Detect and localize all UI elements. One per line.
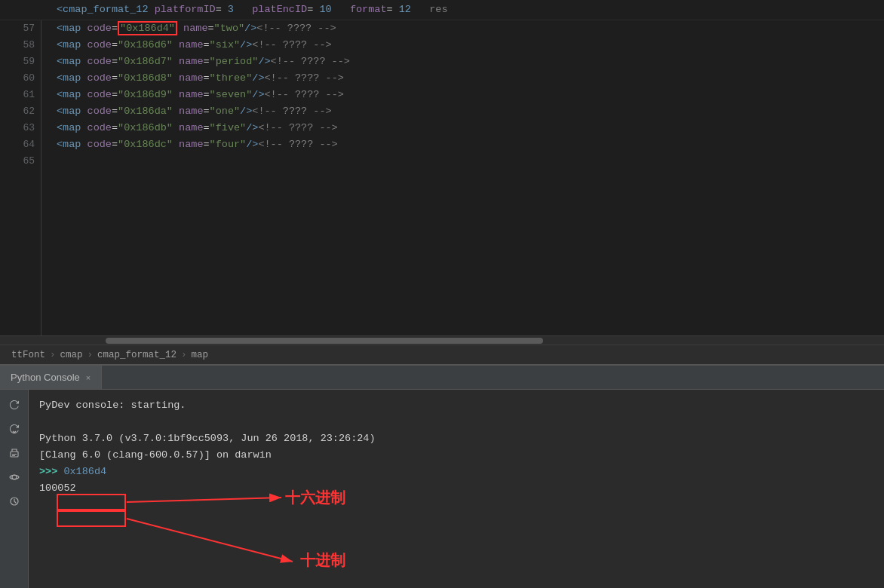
breadcrumb-item-ttFont[interactable]: ttFont <box>11 350 45 360</box>
red-box-decimal-result <box>57 510 126 527</box>
top-partial-line: <cmap_format_12 platformID= 3 platEncID=… <box>0 0 884 20</box>
rerun-button[interactable] <box>4 394 25 415</box>
console-output[interactable]: 十六进制 十进制 PyDev console: starting.Python … <box>29 390 884 588</box>
python-console-tab[interactable]: Python Console × <box>0 366 102 389</box>
line-number-57: 57 <box>0 20 35 37</box>
console-tab-label: Python Console <box>11 372 80 383</box>
line-number-61: 61 <box>0 87 35 103</box>
horizontal-scrollbar[interactable] <box>0 335 884 345</box>
print-button[interactable] <box>4 443 25 464</box>
console-line-1 <box>39 414 873 430</box>
scrollbar-thumb[interactable] <box>106 338 543 344</box>
breadcrumb-separator: › <box>181 350 187 360</box>
code-line-62: <map code="0x186da" name="one"/><!-- ???… <box>57 103 884 120</box>
code-line-64: <map code="0x186dc" name="four"/><!-- ??… <box>57 136 884 153</box>
code-line-63: <map code="0x186db" name="five"/><!-- ??… <box>57 120 884 136</box>
python-console-panel: Python Console × <box>0 366 884 588</box>
breadcrumb-separator: › <box>50 350 56 360</box>
line-number-64: 64 <box>0 136 35 153</box>
visibility-button[interactable] <box>4 467 25 488</box>
svg-line-7 <box>127 519 293 562</box>
code-content: 575859606162636465 <map code="0x186d4" n… <box>0 20 884 335</box>
code-line-65 <box>57 153 884 170</box>
console-toolbar <box>0 390 29 588</box>
editor-area: 575859606162636465 <map code="0x186d4" n… <box>0 20 884 345</box>
svg-rect-1 <box>12 454 17 455</box>
code-line-60: <map code="0x186d8" name="three"/><!-- ?… <box>57 70 884 87</box>
line-number-59: 59 <box>0 54 35 70</box>
breadcrumb: ttFont›cmap›cmap_format_12›map <box>0 345 884 366</box>
svg-rect-2 <box>12 455 15 456</box>
line-number-62: 62 <box>0 103 35 120</box>
console-body: 十六进制 十进制 PyDev console: starting.Python … <box>0 390 884 588</box>
breadcrumb-item-cmap_format_12[interactable]: cmap_format_12 <box>97 350 176 360</box>
console-line-5: 100052 <box>39 480 873 497</box>
code-line-61: <map code="0x186d9" name="seven"/><!-- ?… <box>57 87 884 103</box>
line-numbers: 575859606162636465 <box>0 20 41 335</box>
breadcrumb-item-map[interactable]: map <box>192 350 209 360</box>
line-number-63: 63 <box>0 120 35 136</box>
dec-label: 十进制 <box>300 552 345 568</box>
console-line-2: Python 3.7.0 (v3.7.0:1bf9cc5093, Jun 26 … <box>39 430 873 447</box>
code-line-59: <map code="0x186d7" name="period"/><!-- … <box>57 54 884 70</box>
code-lines[interactable]: <map code="0x186d4" name="two"/><!-- ???… <box>41 20 884 335</box>
code-line-57: <map code="0x186d4" name="two"/><!-- ???… <box>57 20 884 37</box>
code-line-58: <map code="0x186d6" name="six"/><!-- ???… <box>57 37 884 54</box>
console-line-0: PyDev console: starting. <box>39 397 873 414</box>
tab-close-button[interactable]: × <box>86 373 91 382</box>
line-number-58: 58 <box>0 37 35 54</box>
line-number-65: 65 <box>0 153 35 170</box>
svg-line-6 <box>127 498 281 502</box>
breadcrumb-separator: › <box>87 350 94 360</box>
console-line-3: [Clang 6.0 (clang-600.0.57)] on darwin <box>39 447 873 464</box>
rerun-down-button[interactable] <box>4 418 25 439</box>
history-button[interactable] <box>4 491 25 512</box>
console-tab-bar: Python Console × <box>0 366 884 390</box>
breadcrumb-item-cmap[interactable]: cmap <box>60 350 83 360</box>
console-line-4: >>> 0x186d4 <box>39 464 873 480</box>
line-number-60: 60 <box>0 70 35 87</box>
